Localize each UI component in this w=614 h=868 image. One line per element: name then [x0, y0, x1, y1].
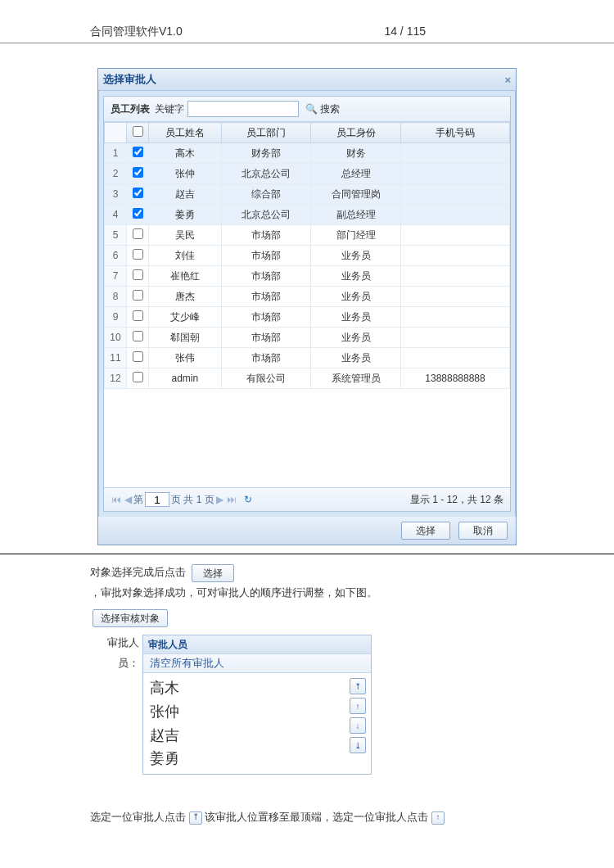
body-text: 对象选择完成后点击 选择 ，审批对象选择成功，可对审批人的顺序进行调整，如下图。… — [0, 563, 614, 828]
row-checkbox[interactable] — [133, 228, 143, 239]
select-button[interactable]: 选择 — [401, 522, 450, 540]
cell-dept: 有限公司 — [221, 368, 311, 389]
cell-name: admin — [149, 368, 222, 389]
move-bottom-icon[interactable]: ⤓ — [350, 737, 366, 753]
row-checkbox[interactable] — [133, 208, 143, 219]
move-up-icon[interactable]: ↑ — [350, 698, 366, 714]
table-row[interactable]: 12admin有限公司系统管理员13888888888 — [105, 368, 510, 389]
row-num: 3 — [105, 184, 127, 205]
select-audit-object-button[interactable]: 选择审核对象 — [93, 609, 168, 627]
cell-dept: 北京总公司 — [221, 205, 311, 225]
cell-name: 张仲 — [149, 164, 222, 184]
table-row[interactable]: 8唐杰市场部业务员 — [105, 287, 510, 307]
keyword-input[interactable] — [187, 101, 299, 117]
row-checkbox[interactable] — [133, 372, 143, 382]
table-row[interactable]: 3赵吉综合部合同管理岗 — [105, 184, 510, 205]
row-checkbox[interactable] — [133, 351, 143, 362]
t2: ，审批对象选择成功，可对审批人的顺序进行调整，如下图。 — [90, 583, 524, 604]
cell-role: 业务员 — [311, 287, 401, 307]
list-label: 员工列表 — [111, 102, 150, 116]
last-page-icon[interactable]: ⏭ — [226, 494, 237, 505]
approver-item[interactable]: 赵吉 — [150, 724, 343, 748]
cell-role: 业务员 — [311, 266, 401, 287]
cell-phone — [400, 164, 509, 184]
doc-header: 合同管理软件V1.0 14 / 115 — [0, 25, 614, 43]
table-row[interactable]: 6刘佳市场部业务员 — [105, 246, 510, 266]
move-top-inline-icon[interactable]: ⤒ — [189, 811, 202, 825]
refresh-icon[interactable]: ↻ — [244, 494, 252, 505]
cell-phone — [400, 184, 509, 205]
t1a: 对象选择完成后点击 — [90, 566, 186, 578]
cell-phone — [400, 143, 509, 164]
col-dept: 员工部门 — [221, 123, 311, 143]
page-number: 14 / 115 — [384, 25, 426, 39]
table-row[interactable]: 11张伟市场部业务员 — [105, 348, 510, 368]
cell-role: 财务 — [311, 143, 401, 164]
table-row[interactable]: 1高木财务部财务 — [105, 143, 510, 164]
pager-pre: 第 — [133, 493, 143, 507]
table-row[interactable]: 4姜勇北京总公司副总经理 — [105, 205, 510, 225]
row-checkbox[interactable] — [133, 310, 143, 321]
clear-all-approvers[interactable]: 清空所有审批人 — [143, 653, 371, 673]
cell-name: 高木 — [149, 143, 222, 164]
row-checkbox[interactable] — [133, 331, 143, 341]
table-row[interactable]: 9艾少峰市场部业务员 — [105, 307, 510, 328]
cell-dept: 市场部 — [221, 266, 311, 287]
cell-role: 业务员 — [311, 246, 401, 266]
table-row[interactable]: 2张仲北京总公司总经理 — [105, 164, 510, 184]
move-top-icon[interactable]: ⤒ — [350, 678, 366, 694]
row-num: 12 — [105, 368, 127, 389]
col-name: 员工姓名 — [149, 123, 222, 143]
approver-panel-title: 审批人员 — [143, 635, 371, 653]
cell-phone — [400, 287, 509, 307]
cell-name: 崔艳红 — [149, 266, 222, 287]
cell-phone — [400, 266, 509, 287]
row-checkbox[interactable] — [133, 290, 143, 301]
cell-role: 合同管理岗 — [311, 184, 401, 205]
cell-phone — [400, 348, 509, 368]
check-all[interactable] — [133, 126, 143, 137]
page-input[interactable] — [145, 492, 169, 507]
first-page-icon[interactable]: ⏮ — [111, 494, 122, 505]
row-num: 11 — [105, 348, 127, 368]
row-checkbox[interactable] — [133, 269, 143, 280]
t4b: 该审批人位置移至最顶端，选定一位审批人点击 — [205, 811, 428, 823]
row-num: 2 — [105, 164, 127, 184]
next-page-icon[interactable]: ▶ — [214, 494, 226, 505]
grid-toolbar: 员工列表 关键字 🔍 搜索 — [104, 97, 510, 122]
row-num: 1 — [105, 143, 127, 164]
inline-select-button[interactable]: 选择 — [192, 564, 234, 582]
keyword-label: 关键字 — [155, 102, 184, 116]
cell-role: 系统管理员 — [311, 368, 401, 389]
cell-phone — [400, 246, 509, 266]
search-button[interactable]: 搜索 — [320, 102, 340, 116]
cancel-button[interactable]: 取消 — [458, 522, 508, 540]
cell-dept: 市场部 — [221, 246, 311, 266]
pager-mid: 页 共 1 页 — [171, 493, 214, 507]
prev-page-icon[interactable]: ◀ — [122, 494, 133, 505]
cell-phone — [400, 307, 509, 328]
dialog-titlebar: 选择审批人 × — [98, 69, 516, 91]
approver-item[interactable]: 张仲 — [150, 700, 343, 724]
table-row[interactable]: 10郗国朝市场部业务员 — [105, 328, 510, 348]
employee-table: 员工姓名 员工部门 员工身份 手机号码 1高木财务部财务2张仲北京总公司总经理3… — [104, 122, 510, 389]
row-checkbox[interactable] — [133, 249, 143, 260]
row-num: 5 — [105, 225, 127, 246]
close-icon[interactable]: × — [504, 74, 511, 86]
cell-dept: 市场部 — [221, 348, 311, 368]
row-checkbox[interactable] — [133, 167, 143, 178]
table-row[interactable]: 7崔艳红市场部业务员 — [105, 266, 510, 287]
row-checkbox[interactable] — [133, 147, 143, 157]
approver-item[interactable]: 高木 — [150, 676, 343, 700]
col-num — [105, 123, 127, 143]
row-checkbox[interactable] — [133, 188, 143, 198]
move-down-icon[interactable]: ↓ — [350, 717, 366, 734]
cell-name: 艾少峰 — [149, 307, 222, 328]
approver-item[interactable]: 姜勇 — [150, 747, 343, 771]
table-row[interactable]: 5吴民市场部部门经理 — [105, 225, 510, 246]
cell-dept: 市场部 — [221, 287, 311, 307]
move-up-inline-icon[interactable]: ↑ — [431, 811, 445, 825]
row-num: 9 — [105, 307, 127, 328]
select-approver-dialog: 选择审批人 × 员工列表 关键字 🔍 搜索 员工姓名 员工部门 员工身份 手机号… — [97, 68, 517, 545]
row-num: 10 — [105, 328, 127, 348]
